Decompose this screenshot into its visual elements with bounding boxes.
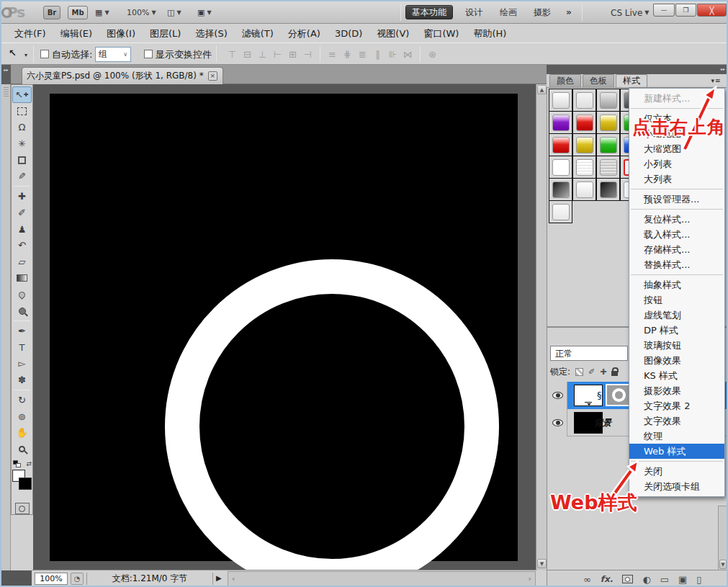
zoom-tool[interactable] <box>12 441 32 457</box>
gradient-tool[interactable] <box>12 270 32 287</box>
styles-group-tab[interactable]: 样式 <box>616 74 647 87</box>
flyout-menu-item-dp-styles[interactable]: DP 样式 <box>629 323 724 338</box>
path-selection-tool[interactable]: ▻ <box>12 356 32 372</box>
workspace-tab-photography[interactable]: 摄影 <box>528 5 557 19</box>
menubar-item[interactable]: 帮助(H) <box>466 24 513 42</box>
clone-stamp-tool[interactable]: ♟ <box>12 221 32 238</box>
align-horizontal-centers-icon[interactable]: ⊞ <box>285 47 300 61</box>
show-transform-controls-checkbox[interactable] <box>144 50 153 58</box>
workspace-tab-essentials[interactable]: 基本功能 <box>405 5 453 19</box>
auto-align-layers-icon[interactable]: ⊛ <box>425 47 440 61</box>
history-brush-tool[interactable]: ↶ <box>12 238 32 254</box>
style-yellow-gel[interactable] <box>596 111 620 134</box>
zoom-level-button[interactable]: 100%▼ <box>127 6 156 19</box>
styles-group-tab[interactable]: 色板 <box>583 74 614 87</box>
style-default-white[interactable] <box>549 89 572 112</box>
flyout-menu-item-close-tab-group[interactable]: 关闭选项卡组 <box>629 479 724 494</box>
menubar-item[interactable]: 3D(D) <box>328 24 369 42</box>
eye-icon[interactable] <box>552 419 563 426</box>
flyout-menu-item-new-style[interactable]: 新建样式... <box>629 91 724 106</box>
scroll-down-icon[interactable]: ▼ <box>719 560 727 569</box>
flyout-menu-item-web-styles[interactable]: Web 样式 <box>629 444 724 459</box>
minimize-button[interactable]: — <box>653 4 675 17</box>
style-gray-lined[interactable] <box>596 156 620 179</box>
align-right-edges-icon[interactable]: ⊣ <box>300 47 315 61</box>
workspace-tab-painting[interactable]: 绘画 <box>494 5 523 19</box>
lock-all-icon[interactable] <box>611 371 618 376</box>
3d-rotate-tool[interactable]: ↻ <box>12 392 32 408</box>
eraser-tool[interactable]: ▱ <box>12 254 32 270</box>
close-button[interactable]: ╳ <box>697 4 727 17</box>
lock-image-pixels-icon[interactable]: ✐ <box>588 367 595 377</box>
scroll-down-icon[interactable]: ▼ <box>537 559 547 568</box>
hand-tool[interactable]: ✋ <box>12 424 32 441</box>
auto-select-checkbox[interactable] <box>40 50 49 58</box>
layer-style-icon[interactable]: fx. <box>601 574 614 584</box>
flyout-menu-item-glass-buttons[interactable]: 玻璃按钮 <box>629 338 724 353</box>
menubar-item[interactable]: 选择(S) <box>188 24 234 42</box>
style-light-gray[interactable] <box>572 89 596 112</box>
style-purple-gel[interactable] <box>549 111 572 134</box>
menubar-item[interactable]: 窗口(W) <box>416 24 466 42</box>
flyout-menu-item-large-list[interactable]: 大列表 <box>629 171 724 187</box>
horizontal-scrollbar[interactable]: ‹ › <box>228 571 536 586</box>
distribute-bottom-edges-icon[interactable]: ≣ <box>355 47 370 61</box>
flyout-menu-item-replace-styles[interactable]: 替换样式... <box>629 257 724 272</box>
new-layer-icon[interactable]: ▣ <box>678 574 687 585</box>
flyout-menu-item-small-list[interactable]: 小列表 <box>629 156 724 171</box>
flyout-menu-item-text-effects-2[interactable]: 文字效果 2 <box>629 398 724 413</box>
menubar-item[interactable]: 文件(F) <box>7 24 53 42</box>
menubar-item[interactable]: 编辑(E) <box>53 24 99 42</box>
workspace-tab-design[interactable]: 设计 <box>459 5 488 19</box>
layers-scrollbar[interactable]: ▼ <box>718 506 728 570</box>
scroll-up-icon[interactable]: ▲ <box>537 85 547 94</box>
move-tool-preset-icon[interactable]: ↖ <box>9 48 17 58</box>
styles-group-tab[interactable]: 颜色 <box>549 74 581 87</box>
style-white-flat[interactable] <box>549 156 572 179</box>
background-color-swatch[interactable] <box>19 478 32 490</box>
distribute-horizontal-centers-icon[interactable]: ⊪ <box>385 47 400 61</box>
canvas[interactable] <box>50 94 518 561</box>
flyout-menu-item-load-styles[interactable]: 载入样式... <box>629 227 724 242</box>
align-vertical-centers-icon[interactable]: ⊟ <box>240 47 255 61</box>
flyout-menu-item-reset-styles[interactable]: 复位样式... <box>629 212 724 227</box>
blend-mode-dropdown[interactable]: 正常 <box>550 346 628 361</box>
quick-selection-tool[interactable]: ✳ <box>12 135 32 152</box>
restore-button[interactable]: ❐ <box>675 4 696 17</box>
pen-tool[interactable]: ✒ <box>12 323 32 339</box>
flyout-menu-item-textures[interactable]: 纹理 <box>629 429 724 444</box>
drag-grip-icon[interactable] <box>4 87 9 97</box>
quick-mask-button[interactable] <box>15 503 30 514</box>
flyout-menu-item-ks-styles[interactable]: KS 样式 <box>629 368 724 383</box>
menubar-item[interactable]: 分析(A) <box>281 24 328 42</box>
style-light-gradient[interactable] <box>549 200 572 223</box>
workspace-overflow-button[interactable]: » <box>560 5 578 19</box>
crop-tool[interactable] <box>12 152 32 169</box>
flyout-menu-item-text-effects[interactable]: 文字效果 <box>629 413 724 429</box>
status-expand-icon[interactable]: ▶ <box>216 574 222 582</box>
flyout-menu-item-abstract-styles[interactable]: 抽象样式 <box>629 277 724 292</box>
cs-live-button[interactable]: CS Live▼ <box>611 6 649 19</box>
layer-visibility-cell[interactable] <box>548 409 567 436</box>
flyout-menu-item-close[interactable]: 关闭 <box>629 464 724 479</box>
type-tool[interactable]: T <box>12 339 32 356</box>
auto-select-target-dropdown[interactable]: 组 ∨ <box>95 47 131 62</box>
collapse-left-dock-button[interactable]: ▸▸ <box>1 65 11 84</box>
spot-healing-brush-tool[interactable]: ✚ <box>12 188 32 205</box>
style-black-gradient[interactable] <box>549 178 572 201</box>
default-colors-icon[interactable] <box>13 460 21 467</box>
align-top-edges-icon[interactable]: ⊤ <box>225 47 240 61</box>
distribute-top-edges-icon[interactable]: ≡ <box>325 47 340 61</box>
style-red-gel[interactable] <box>572 111 596 134</box>
align-bottom-edges-icon[interactable]: ⊥ <box>255 47 270 61</box>
delete-layer-icon[interactable]: ▯ <box>696 574 701 585</box>
custom-shape-tool[interactable]: ✽ <box>12 372 32 388</box>
blur-tool[interactable] <box>12 287 32 303</box>
style-white-soft[interactable] <box>572 178 596 201</box>
style-gray-emboss[interactable] <box>596 89 620 112</box>
style-red-gel-2[interactable] <box>549 133 572 156</box>
scroll-left-icon[interactable]: ‹ <box>232 574 235 583</box>
eyedropper-tool[interactable]: ✎ <box>12 169 32 185</box>
style-white-lined[interactable] <box>572 156 596 179</box>
lasso-tool[interactable]: Ω <box>12 119 32 135</box>
